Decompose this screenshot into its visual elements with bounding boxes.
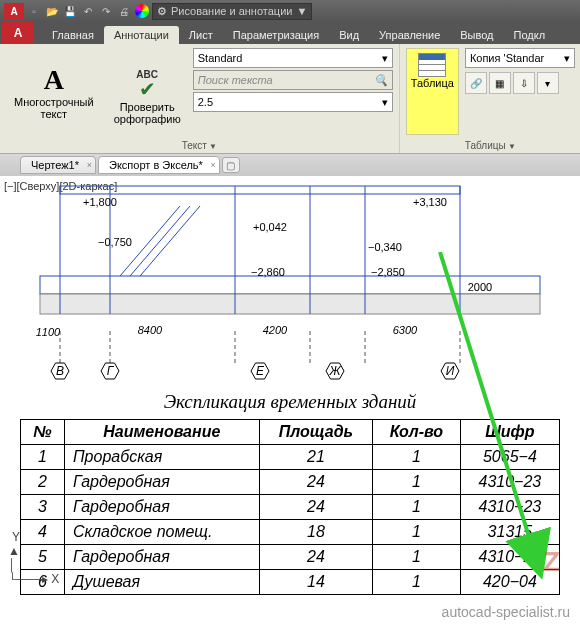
tab-home[interactable]: Главная xyxy=(42,26,104,44)
explication-table: № Наименование Площадь Кол-во Шифр 1Прор… xyxy=(20,419,560,595)
text-height-dropdown[interactable]: 2.5▾ xyxy=(193,92,393,112)
table-icon xyxy=(418,53,446,77)
workspace-label: Рисование и аннотации xyxy=(171,5,292,17)
table-row: 5Гардеробная2414310−23 xyxy=(21,545,560,570)
app-logo: A xyxy=(4,3,24,19)
svg-text:В: В xyxy=(56,364,64,378)
dropdown-icon[interactable]: ▾ xyxy=(537,72,559,94)
tab-layout[interactable]: Лист xyxy=(179,26,223,44)
table-row: 3Гардеробная2414310−23 xyxy=(21,495,560,520)
mtext-label: Многострочный текст xyxy=(14,96,94,120)
download-icon[interactable]: ⇩ xyxy=(513,72,535,94)
svg-text:+1,800: +1,800 xyxy=(83,196,117,208)
doc-tab-2[interactable]: Экспорт в Эксель*× xyxy=(98,156,220,174)
svg-text:И: И xyxy=(446,364,455,378)
tab-output[interactable]: Вывод xyxy=(450,26,503,44)
table-row: 4Складское помещ.18131315 xyxy=(21,520,560,545)
print-icon[interactable]: 🖨 xyxy=(116,3,132,19)
ribbon: A Многострочный текст ABC ✔ Проверить ор… xyxy=(0,44,580,154)
svg-text:8400: 8400 xyxy=(138,324,163,336)
text-style-dropdown[interactable]: Standard▾ xyxy=(193,48,393,68)
close-icon[interactable]: × xyxy=(87,160,92,170)
watermark-logo: Z xyxy=(543,546,560,578)
svg-text:−0,750: −0,750 xyxy=(98,236,132,248)
table-button[interactable]: Таблица xyxy=(406,48,459,135)
chevron-down-icon: ▾ xyxy=(382,96,388,109)
svg-rect-8 xyxy=(60,186,460,194)
svg-text:Ж: Ж xyxy=(328,364,341,378)
redo-icon[interactable]: ↷ xyxy=(98,3,114,19)
extract-icon[interactable]: ▦ xyxy=(489,72,511,94)
undo-icon[interactable]: ↶ xyxy=(80,3,96,19)
app-menu-button[interactable]: A xyxy=(2,22,34,44)
explication-table-area: Экспликация временных зданий № Наименова… xyxy=(20,391,560,595)
table-tools: 🔗 ▦ ⇩ ▾ xyxy=(465,72,575,94)
table-controls: Копия 'Standar▾ 🔗 ▦ ⇩ ▾ xyxy=(465,48,575,135)
table-title: Экспликация временных зданий xyxy=(20,391,560,413)
tab-plugins[interactable]: Подкл xyxy=(504,26,556,44)
mtext-button[interactable]: A Многострочный текст xyxy=(6,48,102,135)
table-row: 6Душевая141420−04 xyxy=(21,570,560,595)
ucs-icon: Y ▲│ └───▸ X xyxy=(8,530,59,586)
text-search-input[interactable]: Поиск текста🔍 xyxy=(193,70,393,90)
section-drawing: +1,800 −0,750 +0,042 +3,130 −2,860 −0,34… xyxy=(0,176,580,396)
ribbon-tabs: A Главная Аннотации Лист Параметризация … xyxy=(0,22,580,44)
watermark-text: autocad-specialist.ru xyxy=(442,604,570,620)
close-icon[interactable]: × xyxy=(211,160,216,170)
check-icon: ✔ xyxy=(139,77,156,101)
svg-text:−2,850: −2,850 xyxy=(371,266,405,278)
panel-tables-title[interactable]: Таблицы xyxy=(400,140,580,151)
tab-view[interactable]: Вид xyxy=(329,26,369,44)
table-row: 1Прорабская2115065−4 xyxy=(21,445,560,470)
svg-text:+3,130: +3,130 xyxy=(413,196,447,208)
save-icon[interactable]: 💾 xyxy=(62,3,78,19)
new-tab-button[interactable]: ▢ xyxy=(222,157,240,173)
open-icon[interactable]: 📂 xyxy=(44,3,60,19)
color-wheel-icon[interactable] xyxy=(134,3,150,19)
panel-text-title[interactable]: Текст xyxy=(0,140,399,151)
doc-tab-1[interactable]: Чертеж1*× xyxy=(20,156,96,174)
spellcheck-button[interactable]: ABC ✔ Проверить орфографию xyxy=(106,48,189,135)
svg-text:4200: 4200 xyxy=(263,324,288,336)
table-button-label: Таблица xyxy=(411,77,454,89)
text-controls: Standard▾ Поиск текста🔍 2.5▾ xyxy=(193,48,393,135)
svg-text:1100: 1100 xyxy=(36,326,61,338)
svg-text:2000: 2000 xyxy=(468,281,492,293)
panel-text: A Многострочный текст ABC ✔ Проверить ор… xyxy=(0,44,400,153)
svg-text:+0,042: +0,042 xyxy=(253,221,287,233)
svg-text:Е: Е xyxy=(256,364,265,378)
svg-text:−0,340: −0,340 xyxy=(368,241,402,253)
svg-text:6300: 6300 xyxy=(393,324,418,336)
tab-manage[interactable]: Управление xyxy=(369,26,450,44)
new-icon[interactable]: ▫ xyxy=(26,3,42,19)
chevron-down-icon: ▾ xyxy=(382,52,388,65)
svg-rect-0 xyxy=(40,276,540,294)
spellcheck-label: Проверить орфографию xyxy=(114,101,181,125)
search-icon: 🔍 xyxy=(374,74,388,87)
document-tabs: Чертеж1*× Экспорт в Эксель*× ▢ xyxy=(0,154,580,176)
chevron-down-icon: ▼ xyxy=(296,5,307,17)
svg-rect-1 xyxy=(40,294,540,314)
tab-parametric[interactable]: Параметризация xyxy=(223,26,329,44)
table-row: 2Гардеробная2414310−23 xyxy=(21,470,560,495)
table-header-row: № Наименование Площадь Кол-во Шифр xyxy=(21,420,560,445)
link-icon[interactable]: 🔗 xyxy=(465,72,487,94)
drawing-canvas[interactable]: [−][Сверху][2D-каркас] +1,800 −0,750 +0,… xyxy=(0,176,580,626)
tab-annotations[interactable]: Аннотации xyxy=(104,26,179,44)
table-style-dropdown[interactable]: Копия 'Standar▾ xyxy=(465,48,575,68)
mtext-icon: A xyxy=(44,64,64,96)
quick-access-toolbar: A ▫ 📂 💾 ↶ ↷ 🖨 ⚙ Рисование и аннотации ▼ xyxy=(0,0,580,22)
panel-tables: Таблица Копия 'Standar▾ 🔗 ▦ ⇩ ▾ Таблицы xyxy=(400,44,580,153)
chevron-down-icon: ▾ xyxy=(564,52,570,65)
svg-text:−2,860: −2,860 xyxy=(251,266,285,278)
workspace-dropdown[interactable]: ⚙ Рисование и аннотации ▼ xyxy=(152,3,312,20)
